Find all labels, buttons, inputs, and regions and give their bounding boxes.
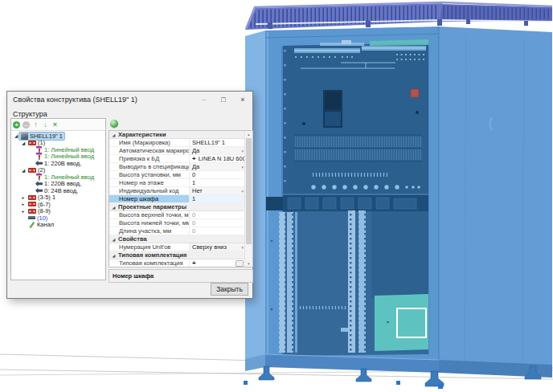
property-value-text: 1 — [192, 195, 195, 202]
minimize-icon[interactable]: – — [195, 92, 214, 108]
pick-from-db-icon[interactable]: + — [192, 156, 196, 162]
scrollbar[interactable]: ▴ ▾ — [244, 131, 252, 267]
expander-icon[interactable]: ◢ — [20, 167, 27, 174]
dialog-titlebar[interactable]: Свойства конструктива (SHELL19" 1) – □ × — [7, 92, 252, 108]
property-label: Типовая комплектация — [109, 259, 190, 267]
property-value[interactable]: 0 — [190, 219, 245, 227]
dropdown-icon[interactable]: ▾ — [241, 245, 244, 250]
dropdown-icon[interactable]: ▾ — [241, 165, 244, 169]
remove-item-icon[interactable]: – — [23, 121, 30, 129]
property-label: Высота верхней точки, мм — [109, 211, 190, 218]
structure-tree: ◢SHELL19" 1◢(1)1: Линейный ввод1: Линейн… — [11, 131, 105, 228]
property-group-header[interactable]: ◢Проектные параметры — [109, 203, 245, 211]
move-down-icon[interactable]: ↓ — [42, 121, 49, 129]
db-link-icon[interactable] — [110, 120, 120, 129]
property-grid: ◢ХарактеристикиИмя (Маркировка)SHELL19" … — [109, 130, 253, 267]
property-label: Имя (Маркировка) — [109, 139, 190, 146]
property-row[interactable]: Длина участка, мм0 — [109, 227, 245, 235]
scroll-down-icon[interactable]: ▾ — [245, 260, 252, 267]
move-up-icon[interactable]: ↑ — [32, 121, 39, 129]
property-row[interactable]: Высота верхней точки, мм0 — [109, 211, 245, 219]
tree-item[interactable]: 0: 24В ввод, — [11, 187, 105, 194]
expander-icon[interactable]: ▸ — [20, 194, 27, 202]
scrollbar-thumb[interactable] — [246, 138, 252, 244]
power-input-icon — [35, 180, 43, 187]
property-value[interactable]: + — [190, 259, 245, 267]
expander-icon[interactable]: ◢ — [13, 133, 19, 140]
tree-item[interactable]: ▸(3-5) 1 — [11, 194, 105, 202]
property-value[interactable]: 1 — [190, 195, 245, 202]
property-value[interactable]: Да▾ — [190, 147, 245, 154]
property-label: Привязка к БД — [109, 155, 190, 162]
tree-item[interactable]: ◢(1) — [11, 140, 105, 147]
property-value[interactable]: SHELL19" 1 — [190, 139, 245, 146]
tree-item[interactable]: 1: Линейный ввод — [11, 146, 105, 153]
property-row[interactable]: Высота установки, мм0 — [109, 171, 245, 179]
property-row[interactable]: Номер шкафа1 — [109, 195, 245, 203]
tree-item[interactable]: 1: Линейный ввод — [11, 174, 105, 181]
property-value[interactable]: 0 — [190, 171, 245, 178]
property-row[interactable]: Типовая комплектация+ — [109, 259, 245, 267]
tree-item[interactable]: ▸(6-7) — [11, 201, 105, 208]
tree-item[interactable]: Канал — [11, 222, 105, 229]
property-label: Длина участка, мм — [109, 227, 190, 235]
din-section-icon — [28, 141, 36, 145]
property-value[interactable]: 0 — [190, 211, 245, 218]
property-row[interactable]: Имя (Маркировка)SHELL19" 1 — [109, 139, 245, 147]
unit-icon — [28, 216, 35, 219]
close-button[interactable]: Закрыть — [211, 283, 248, 296]
property-row[interactable]: Нумерация Unit'овСверху вниз▾ — [109, 243, 245, 251]
tree-item[interactable]: (10) — [11, 214, 105, 222]
property-label: Индивидуальный код — [109, 187, 190, 194]
tree-item[interactable]: ▸(8-9) — [11, 208, 105, 215]
expander-icon[interactable]: ▸ — [20, 201, 27, 208]
scroll-up-icon[interactable]: ▴ — [245, 131, 252, 137]
property-value[interactable]: 0 — [190, 227, 245, 235]
collapse-icon[interactable]: ◢ — [109, 133, 118, 137]
property-row[interactable]: Индивидуальный кодНет▾ — [109, 187, 245, 195]
property-row[interactable]: Выводить в спецификациюДа▾ — [109, 163, 245, 171]
property-group-header[interactable]: ◢Характеристики — [109, 131, 245, 139]
group-title: Типовая комплектация — [118, 251, 186, 259]
close-icon[interactable]: × — [233, 92, 252, 108]
collapse-icon[interactable]: ◢ — [109, 253, 118, 258]
property-row[interactable]: Высота нижней точки, мм0 — [109, 219, 245, 227]
collapse-icon[interactable]: ◢ — [109, 237, 118, 242]
tree-item[interactable]: ◢SHELL19" 1 — [11, 133, 105, 140]
pick-from-db-icon[interactable]: + — [192, 260, 196, 267]
property-group-header[interactable]: ◢Свойства — [109, 235, 245, 243]
din-section-icon — [28, 209, 36, 214]
properties-dialog: Свойства конструктива (SHELL19" 1) – □ ×… — [6, 91, 253, 299]
ellipsis-button[interactable] — [236, 260, 244, 267]
property-grid-body: ◢ХарактеристикиИмя (Маркировка)SHELL19" … — [109, 131, 245, 267]
tree-item[interactable]: 1: Линейный ввод — [11, 153, 105, 161]
property-value[interactable]: 1 — [190, 179, 245, 186]
property-value[interactable]: Сверху вниз▾ — [190, 243, 245, 251]
tree-node[interactable]: Канал — [27, 221, 55, 228]
collapse-icon[interactable]: ◢ — [109, 205, 118, 210]
property-row[interactable]: Номер на этаже1 — [109, 179, 245, 187]
application-window: Свойства конструктива (SHELL19" 1) – □ ×… — [0, 0, 553, 392]
delete-all-icon[interactable]: × — [51, 121, 59, 129]
rack-roof — [245, 2, 552, 30]
property-value-text: 0 — [192, 219, 195, 227]
dropdown-icon[interactable]: ▾ — [241, 149, 244, 153]
structure-section-label: Структура — [13, 110, 47, 118]
property-value[interactable]: +LINEA N 18U 600x60▾ — [190, 155, 245, 162]
maximize-icon[interactable]: □ — [214, 92, 233, 108]
add-item-icon[interactable]: + — [13, 121, 20, 129]
property-label: Высота установки, мм — [109, 171, 190, 178]
tree-item[interactable]: 1: 220В ввод, — [11, 181, 105, 188]
tree-item-label: Канал — [37, 221, 54, 228]
tree-item[interactable]: 1: 220В ввод, — [11, 160, 105, 167]
property-value[interactable]: Нет▾ — [190, 187, 245, 194]
dropdown-icon[interactable]: ▾ — [241, 189, 244, 194]
property-row[interactable]: Привязка к БД+LINEA N 18U 600x60▾ — [109, 155, 245, 163]
property-value-text: Сверху вниз — [192, 243, 227, 251]
expander-icon[interactable]: ▸ — [20, 208, 27, 215]
property-row[interactable]: Автоматическая маркировкаДа▾ — [109, 147, 245, 155]
tree-item[interactable]: ◢(2) — [11, 167, 105, 174]
expander-icon[interactable]: ◢ — [20, 140, 27, 147]
property-group-header[interactable]: ◢Типовая комплектация — [109, 251, 245, 259]
property-value[interactable]: Да▾ — [190, 163, 245, 170]
